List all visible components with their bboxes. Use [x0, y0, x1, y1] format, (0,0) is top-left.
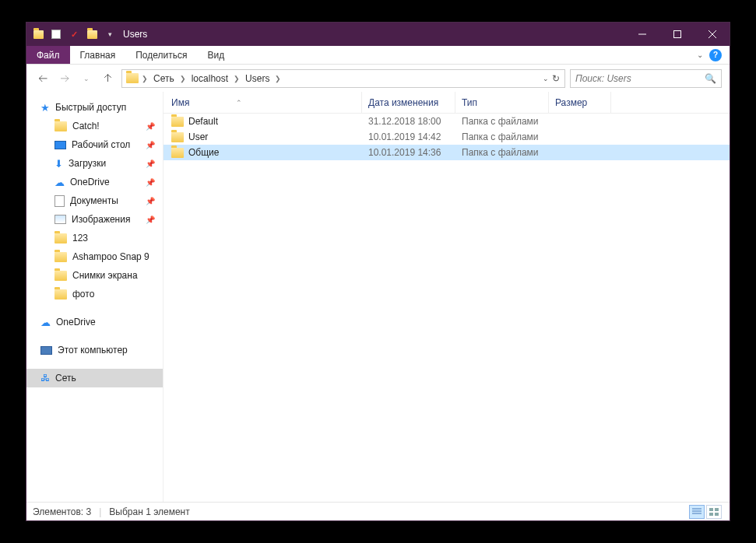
pc-icon [40, 346, 52, 355]
folder-icon [55, 252, 67, 262]
ribbon-tab-home[interactable]: Главная [70, 46, 126, 64]
refresh-icon[interactable]: ↻ [552, 73, 560, 84]
ribbon-tab-share[interactable]: Поделиться [125, 46, 197, 64]
breadcrumb-host[interactable]: localhost [189, 73, 230, 84]
cloud-icon: ☁ [55, 177, 65, 188]
nav-forward-button[interactable]: 🡢 [56, 70, 73, 87]
sidebar-item-label: Изображения [72, 214, 130, 225]
file-name: Default [188, 116, 218, 127]
app-icon [33, 29, 44, 40]
pin-icon: 📌 [146, 197, 155, 205]
sidebar-item-label: OneDrive [70, 177, 110, 187]
file-date: 10.01.2019 14:36 [362, 147, 455, 158]
sidebar-network[interactable]: 🖧 Сеть [26, 369, 163, 387]
address-bar[interactable]: ❯ Сеть ❯ localhost ❯ Users ❯ ⌄ ↻ [121, 69, 565, 88]
sidebar-this-pc[interactable]: Этот компьютер [26, 341, 163, 359]
status-count: Элементов: 3 [33, 506, 91, 517]
file-list-pane: Имя⌃ Дата изменения Тип Размер Default31… [164, 92, 730, 502]
sidebar-item[interactable]: Снимки экрана [26, 266, 163, 285]
sidebar-item[interactable]: фото [26, 285, 163, 303]
sidebar-quick-access[interactable]: ★ Быстрый доступ [26, 98, 163, 117]
navigation-pane: ★ Быстрый доступ Catch!📌Рабочий стол📌⬇За… [26, 92, 164, 502]
folder-icon [171, 132, 184, 142]
sidebar-item-label: Снимки экрана [72, 270, 138, 281]
folder-icon [171, 148, 184, 158]
titlebar[interactable]: ✓ ▾ Users [26, 23, 730, 46]
sidebar-item-label: 123 [72, 233, 88, 243]
sidebar-item[interactable]: Catch!📌 [26, 117, 163, 135]
address-dropdown-icon[interactable]: ⌄ [543, 75, 549, 82]
column-size[interactable]: Размер [549, 92, 611, 113]
sidebar-item-label: Ashampoo Snap 9 [72, 251, 149, 262]
chevron-right-icon[interactable]: ❯ [180, 75, 186, 82]
status-separator: | [99, 506, 101, 517]
sidebar-item[interactable]: Ashampoo Snap 9 [26, 247, 163, 266]
star-icon: ★ [40, 102, 50, 114]
close-button[interactable] [694, 23, 730, 46]
sidebar-item[interactable]: Документы📌 [26, 191, 163, 210]
cloud-icon: ☁ [40, 317, 51, 328]
svg-rect-7 [709, 508, 713, 511]
file-type: Папка с файлами [455, 147, 549, 158]
view-details-button[interactable] [689, 505, 705, 519]
search-box[interactable]: 🔍 [570, 69, 722, 88]
sidebar-item[interactable]: 123 [26, 229, 163, 247]
file-row[interactable]: Общие10.01.2019 14:36Папка с файлами [164, 145, 730, 160]
sidebar-item[interactable]: ⬇Загрузки📌 [26, 154, 163, 173]
svg-rect-8 [715, 508, 719, 511]
folder-icon [171, 117, 184, 127]
ribbon-collapse-icon[interactable]: ⌄ [697, 51, 703, 59]
chevron-right-icon[interactable]: ❯ [275, 75, 281, 82]
column-name[interactable]: Имя⌃ [164, 92, 362, 113]
nav-history-dropdown[interactable]: ⌄ [78, 70, 95, 87]
file-row[interactable]: Default31.12.2018 18:00Папка с файлами [164, 114, 730, 129]
pin-icon: 📌 [146, 141, 155, 149]
minimize-button[interactable] [624, 23, 659, 46]
chevron-right-icon[interactable]: ❯ [234, 75, 240, 82]
desktop-icon [55, 141, 66, 149]
sort-asc-icon: ⌃ [236, 99, 242, 107]
file-date: 10.01.2019 14:42 [362, 131, 455, 142]
sidebar-item-label: Загрузки [69, 158, 106, 169]
qat-newfolder[interactable] [86, 29, 97, 40]
search-icon[interactable]: 🔍 [705, 73, 716, 84]
folder-icon [55, 289, 67, 300]
column-type[interactable]: Тип [455, 92, 549, 113]
view-large-button[interactable] [706, 505, 722, 519]
folder-icon [55, 271, 67, 281]
nav-up-button[interactable]: 🡡 [100, 70, 117, 87]
sidebar-label: OneDrive [56, 317, 96, 328]
search-input[interactable] [575, 73, 705, 84]
ribbon: Файл Главная Поделиться Вид ⌄ ? [26, 46, 730, 65]
qat-check[interactable]: ✓ [69, 29, 79, 40]
downloads-icon: ⬇ [55, 158, 63, 170]
chevron-right-icon[interactable]: ❯ [142, 75, 148, 82]
sidebar-label: Сеть [55, 373, 76, 384]
help-icon[interactable]: ? [709, 49, 722, 61]
pin-icon: 📌 [146, 122, 155, 131]
file-row[interactable]: User10.01.2019 14:42Папка с файлами [164, 129, 730, 145]
svg-rect-10 [715, 513, 719, 516]
column-date[interactable]: Дата изменения [362, 92, 455, 113]
sidebar-label: Быстрый доступ [55, 102, 126, 113]
sidebar-onedrive[interactable]: ☁ OneDrive [26, 313, 163, 331]
ribbon-tab-file[interactable]: Файл [26, 46, 70, 64]
folder-icon [55, 233, 67, 243]
nav-back-button[interactable]: 🡠 [34, 70, 51, 87]
breadcrumb-users[interactable]: Users [243, 73, 272, 84]
sidebar-item[interactable]: ☁OneDrive📌 [26, 173, 163, 191]
maximize-button[interactable] [659, 23, 694, 46]
qat-dropdown[interactable]: ▾ [104, 29, 115, 40]
window-title: Users [123, 29, 147, 40]
ribbon-tab-view[interactable]: Вид [197, 46, 234, 64]
file-type: Папка с файлами [455, 116, 549, 127]
file-name: User [188, 131, 208, 142]
breadcrumb-network[interactable]: Сеть [151, 73, 177, 84]
status-bar: Элементов: 3 | Выбран 1 элемент [26, 502, 730, 520]
pin-icon: 📌 [146, 215, 155, 224]
sidebar-label: Этот компьютер [58, 345, 128, 356]
sidebar-item[interactable]: Изображения📌 [26, 210, 163, 229]
qat-properties[interactable] [51, 29, 62, 40]
file-date: 31.12.2018 18:00 [362, 116, 455, 127]
sidebar-item[interactable]: Рабочий стол📌 [26, 135, 163, 154]
